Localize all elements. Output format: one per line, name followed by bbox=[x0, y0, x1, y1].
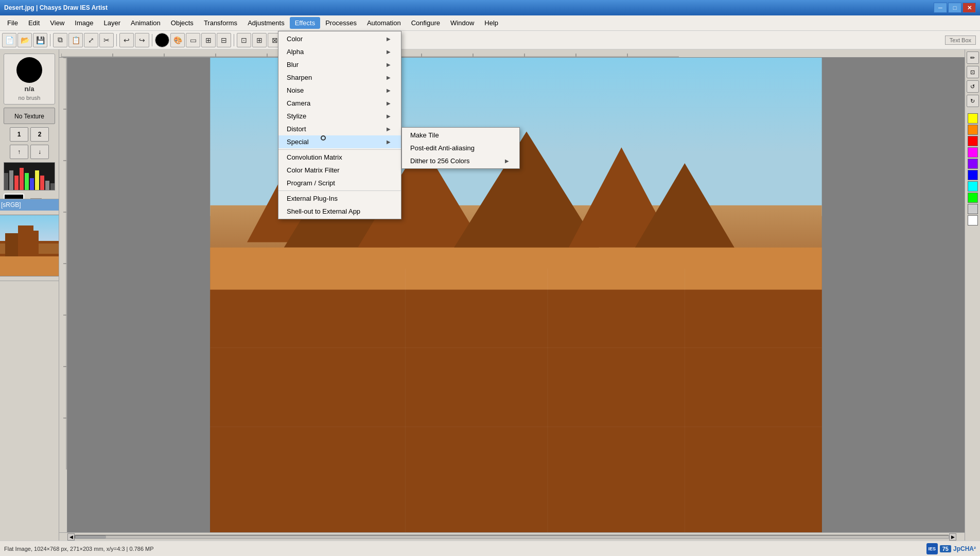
effects-blur-item[interactable]: Blur ▶ bbox=[278, 58, 401, 71]
no-brush-label: no brush bbox=[19, 95, 41, 101]
right-magenta-swatch[interactable] bbox=[968, 147, 978, 158]
grid-button[interactable]: ⊞ bbox=[252, 33, 267, 47]
layer-buttons: 1 2 bbox=[10, 127, 49, 142]
effects-stylize-item[interactable]: Stylize ▶ bbox=[278, 110, 401, 123]
save-button[interactable]: 💾 bbox=[33, 33, 47, 47]
effects-noise-item[interactable]: Noise ▶ bbox=[278, 84, 401, 97]
palette-button[interactable]: 🎨 bbox=[170, 33, 185, 47]
toolbar-sep-2 bbox=[116, 34, 117, 46]
right-rotate-ccw[interactable]: ↺ bbox=[967, 80, 979, 93]
effects-sharpen-item[interactable]: Sharpen ▶ bbox=[278, 71, 401, 84]
right-blue-swatch[interactable] bbox=[968, 170, 978, 180]
right-yellow-swatch[interactable] bbox=[968, 113, 978, 124]
close-button[interactable]: ✕ bbox=[962, 3, 976, 13]
resize-button[interactable]: ⤢ bbox=[84, 33, 98, 47]
special-maketile-item[interactable]: Make Tile bbox=[402, 129, 519, 142]
effects-shellout-item[interactable]: Shell-out to External App bbox=[278, 205, 401, 218]
status-info: Flat Image, 1024×768 px, 271×203 mm, x/y… bbox=[4, 546, 154, 552]
svg-rect-4 bbox=[25, 173, 29, 190]
nav-up-button[interactable]: ↑ bbox=[10, 145, 28, 159]
open-button[interactable]: 📂 bbox=[18, 33, 32, 47]
paste-button[interactable]: 📋 bbox=[68, 33, 83, 47]
menu-edit[interactable]: Edit bbox=[23, 17, 45, 29]
menu-layer[interactable]: Layer bbox=[98, 17, 126, 29]
scroll-left-button[interactable]: ◀ bbox=[67, 533, 75, 541]
right-orange-swatch[interactable] bbox=[968, 125, 978, 135]
scroll-right-button[interactable]: ▶ bbox=[949, 533, 956, 541]
tool3-button[interactable]: ⊟ bbox=[217, 33, 231, 47]
effects-convolution-item[interactable]: Convolution Matrix bbox=[278, 151, 401, 164]
textbox-label: Text Box bbox=[945, 36, 976, 45]
redo-button[interactable]: ↪ bbox=[135, 33, 149, 47]
right-gray-swatch[interactable] bbox=[968, 204, 978, 214]
menu-help[interactable]: Help bbox=[479, 17, 503, 29]
tool2-button[interactable]: ⊞ bbox=[201, 33, 216, 47]
layer-1-button[interactable]: 1 bbox=[10, 127, 28, 142]
right-white-swatch[interactable] bbox=[968, 215, 978, 225]
color-arrow-icon: ▶ bbox=[387, 36, 391, 42]
crop-button[interactable]: ✂ bbox=[99, 33, 114, 47]
menu-view[interactable]: View bbox=[45, 17, 69, 29]
svg-rect-1 bbox=[9, 170, 13, 190]
brush-display: n/a no brush bbox=[4, 54, 55, 105]
brush-circle bbox=[16, 57, 42, 83]
toolbar-sep-4 bbox=[234, 34, 234, 46]
right-green-swatch[interactable] bbox=[968, 193, 978, 203]
minimize-button[interactable]: ─ bbox=[934, 3, 947, 13]
undo-button[interactable]: ↩ bbox=[119, 33, 134, 47]
app-icon-text: IES bbox=[928, 546, 936, 551]
menu-animation[interactable]: Animation bbox=[126, 17, 166, 29]
right-rotate-cw[interactable]: ↻ bbox=[967, 95, 979, 107]
tool1-button[interactable]: ▭ bbox=[186, 33, 200, 47]
right-cyan-swatch[interactable] bbox=[968, 181, 978, 192]
toolbar: 📄 📂 💾 ⧉ 📋 ⤢ ✂ ↩ ↪ 🎨 ▭ ⊞ ⊟ ⊡ ⊞ ⊠ Text Box bbox=[0, 31, 980, 49]
special-antialiasing-item[interactable]: Post-edit Anti-aliasing bbox=[402, 142, 519, 154]
alpha-arrow-icon: ▶ bbox=[387, 49, 391, 55]
preview-header: Preview [sRGB] ✕ bbox=[0, 199, 59, 211]
layer-2-button[interactable]: 2 bbox=[30, 127, 49, 142]
right-red-swatch[interactable] bbox=[968, 136, 978, 146]
menu-adjustments[interactable]: Adjustments bbox=[242, 17, 290, 29]
effects-special-item[interactable]: Special ▶ bbox=[278, 135, 401, 148]
menu-transforms[interactable]: Transforms bbox=[199, 17, 242, 29]
frame-button[interactable]: ⊡ bbox=[237, 33, 251, 47]
svg-rect-6 bbox=[35, 170, 39, 190]
svg-rect-14 bbox=[5, 233, 18, 256]
maximize-button[interactable]: □ bbox=[948, 3, 961, 13]
new-button[interactable]: 📄 bbox=[2, 33, 16, 47]
no-texture-button[interactable]: No Texture bbox=[4, 108, 55, 124]
menu-automation[interactable]: Automation bbox=[362, 17, 406, 29]
scrollbar-thumb[interactable] bbox=[75, 535, 106, 538]
menu-effects[interactable]: Effects bbox=[290, 17, 321, 29]
menu-processes[interactable]: Processes bbox=[320, 17, 362, 29]
menu-window[interactable]: Window bbox=[445, 17, 479, 29]
menu-file[interactable]: File bbox=[2, 17, 23, 29]
right-tool-1[interactable]: ✏ bbox=[967, 51, 979, 64]
right-color-panel bbox=[968, 113, 978, 225]
color-picker-button[interactable] bbox=[155, 33, 169, 47]
zoom-level: 75 bbox=[940, 545, 951, 552]
effects-externalplugins-item[interactable]: External Plug-Ins bbox=[278, 192, 401, 205]
menu-image[interactable]: Image bbox=[69, 17, 98, 29]
special-dither-item[interactable]: Dither to 256 Colors ▶ bbox=[402, 154, 519, 167]
effects-colormatrix-item[interactable]: Color Matrix Filter bbox=[278, 164, 401, 177]
copy-button[interactable]: ⧉ bbox=[53, 33, 67, 47]
right-tool-2[interactable]: ⊡ bbox=[967, 66, 979, 78]
horizontal-scrollbar[interactable]: ◀ ▶ bbox=[59, 532, 965, 541]
effects-color-item[interactable]: Color ▶ bbox=[278, 32, 401, 45]
dither-arrow-icon: ▶ bbox=[505, 158, 509, 164]
right-purple-swatch[interactable] bbox=[968, 159, 978, 169]
effects-distort-item[interactable]: Distort ▶ bbox=[278, 123, 401, 135]
brush-na-label: n/a bbox=[25, 85, 34, 93]
effects-camera-item[interactable]: Camera ▶ bbox=[278, 97, 401, 110]
effects-programscript-item[interactable]: Program / Script bbox=[278, 177, 401, 189]
noise-arrow-icon: ▶ bbox=[387, 88, 391, 93]
menu-objects[interactable]: Objects bbox=[166, 17, 199, 29]
nav-down-button[interactable]: ↓ bbox=[30, 145, 49, 159]
svg-rect-2 bbox=[14, 176, 19, 190]
scrollbar-track[interactable] bbox=[75, 535, 949, 539]
effects-alpha-item[interactable]: Alpha ▶ bbox=[278, 45, 401, 58]
menu-configure[interactable]: Configure bbox=[406, 17, 445, 29]
effects-sep-2 bbox=[278, 190, 401, 191]
svg-rect-47 bbox=[210, 248, 821, 290]
